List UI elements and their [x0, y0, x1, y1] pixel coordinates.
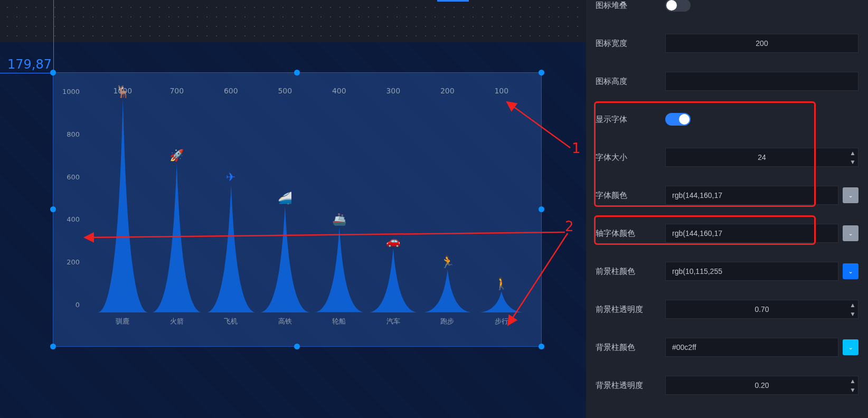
rocket-icon: 🚀	[169, 149, 184, 162]
resize-handle-l[interactable]	[50, 206, 56, 212]
input-axis-font-color[interactable]	[665, 224, 838, 243]
coord-readout: 179,87	[7, 57, 52, 72]
runner-icon: 🏃	[440, 255, 455, 269]
active-tab-highlight	[437, 0, 469, 2]
prop-label: 图标堆叠	[596, 1, 659, 11]
y-tick: 800	[59, 130, 80, 138]
spin-up-icon[interactable]: ▲	[847, 376, 858, 385]
value-label: 600	[224, 87, 238, 95]
prop-label: 轴字体颜色	[596, 229, 659, 239]
x-label: 高铁	[278, 317, 292, 326]
plot-area: 0 200 400 600 800 1000 🦌1000驯鹿🚀700火箭✈600…	[74, 83, 529, 336]
x-label: 火箭	[170, 317, 184, 326]
toggle-icon-overlay[interactable]	[665, 0, 691, 12]
alignment-guide-horizontal	[0, 73, 55, 73]
prop-axis-font-color: 轴字体颜色 ⌄	[596, 214, 858, 252]
chevron-down-icon: ⌄	[848, 230, 853, 237]
x-label: 飞机	[224, 317, 238, 326]
chevron-down-icon: ⌄	[848, 192, 853, 199]
y-tick: 200	[59, 258, 80, 266]
prop-fg-bar-opacity: 前景柱透明度 ▲ ▼	[596, 290, 858, 328]
category: ✈600飞机	[204, 99, 258, 312]
prop-label: 显示字体	[596, 115, 659, 125]
category: 🚄500高铁	[258, 99, 313, 312]
category: 🚶100步行	[475, 99, 529, 312]
resize-handle-tr[interactable]	[539, 70, 544, 75]
prop-icon-height: 图标高度	[596, 62, 858, 100]
resize-handle-bl[interactable]	[50, 344, 56, 349]
prop-label: 背景柱颜色	[596, 343, 659, 353]
prop-label: 图标高度	[596, 77, 659, 87]
value-label: 500	[278, 87, 292, 95]
spin-down-icon[interactable]: ▼	[847, 157, 858, 166]
property-panel: 图标堆叠 图标宽度 图标高度 显示字体 字体大小 ▲ ▼	[586, 0, 868, 418]
annotation-number-1: 1	[572, 140, 581, 156]
prop-bg-bar-opacity: 背景柱透明度 ▲ ▼	[596, 366, 858, 404]
category: 🦌1000驯鹿	[96, 99, 150, 312]
prop-bg-bar-color: 背景柱颜色 ⌄	[596, 328, 858, 366]
spin-up-icon[interactable]: ▲	[847, 148, 858, 157]
alignment-guide-vertical	[53, 0, 54, 74]
x-label: 轮船	[332, 317, 346, 326]
y-tick: 600	[59, 173, 80, 180]
train-icon: 🚄	[278, 192, 292, 205]
category: 🏃200跑步	[420, 99, 475, 312]
prop-label: 字体颜色	[596, 191, 659, 201]
input-bg-bar-opacity[interactable]	[665, 376, 858, 395]
input-font-size[interactable]	[665, 148, 858, 167]
plane-icon: ✈	[226, 170, 235, 183]
category: 🚢400轮船	[312, 99, 366, 312]
value-label: 100	[494, 87, 508, 95]
spin-down-icon[interactable]: ▼	[847, 309, 858, 318]
spin-up-icon[interactable]: ▲	[847, 300, 858, 309]
color-swatch-axis-font[interactable]: ⌄	[843, 225, 858, 241]
input-fg-bar-color[interactable]	[665, 262, 838, 281]
prop-label: 前景柱透明度	[596, 305, 659, 315]
spin-down-icon[interactable]: ▼	[847, 385, 858, 394]
dot-grid	[0, 0, 586, 42]
x-label: 汽车	[386, 317, 400, 326]
y-tick: 1000	[59, 88, 80, 96]
value-label: 200	[440, 87, 455, 95]
prop-icon-width: 图标宽度	[596, 24, 858, 62]
car-icon: 🚗	[386, 234, 400, 247]
chevron-down-icon: ⌄	[848, 268, 853, 275]
y-tick: 400	[59, 215, 80, 223]
prop-show-font: 显示字体	[596, 100, 858, 138]
annotation-number-2: 2	[565, 218, 574, 234]
prop-fg-bar-color: 前景柱颜色 ⌄	[596, 252, 858, 290]
color-swatch-fg-bar[interactable]: ⌄	[843, 263, 858, 279]
input-bg-bar-color[interactable]	[665, 338, 838, 357]
prop-label: 字体大小	[596, 153, 659, 163]
input-font-color[interactable]	[665, 186, 838, 205]
x-label: 驯鹿	[116, 317, 129, 326]
y-tick: 0	[59, 301, 80, 309]
chart-widget[interactable]: 0 200 400 600 800 1000 🦌1000驯鹿🚀700火箭✈600…	[53, 73, 541, 346]
walk-icon: 🚶	[494, 277, 508, 290]
resize-handle-tl[interactable]	[50, 70, 56, 75]
color-swatch-bg-bar[interactable]: ⌄	[843, 339, 858, 355]
categories: 🦌1000驯鹿🚀700火箭✈600飞机🚄500高铁🚢400轮船🚗300汽车🏃20…	[96, 99, 529, 312]
resize-handle-b[interactable]	[294, 344, 300, 349]
toggle-show-font[interactable]	[665, 113, 691, 126]
resize-handle-r[interactable]	[539, 206, 544, 212]
prop-font-color: 字体颜色 ⌄	[596, 176, 858, 214]
resize-handle-t[interactable]	[294, 70, 300, 75]
prop-label: 前景柱颜色	[596, 267, 659, 277]
input-icon-width[interactable]	[665, 34, 858, 53]
prop-icon-overlay: 图标堆叠	[596, 0, 858, 24]
category: 🚀700火箭	[150, 99, 204, 312]
canvas[interactable]: 179,87 0 200 400 600 800 1000 🦌1000驯鹿🚀70…	[0, 0, 586, 418]
prop-label: 背景柱透明度	[596, 381, 659, 391]
value-label: 300	[386, 87, 400, 95]
input-fg-bar-opacity[interactable]	[665, 300, 858, 319]
ship-icon: 🚢	[332, 213, 346, 226]
category: 🚗300汽车	[366, 99, 421, 312]
input-icon-height[interactable]	[665, 72, 858, 91]
resize-handle-br[interactable]	[539, 344, 544, 349]
value-label: 1000	[113, 87, 132, 95]
color-swatch-font[interactable]: ⌄	[843, 187, 858, 203]
prop-label: 图标宽度	[596, 39, 659, 49]
value-label: 700	[169, 87, 184, 95]
value-label: 400	[332, 87, 346, 95]
